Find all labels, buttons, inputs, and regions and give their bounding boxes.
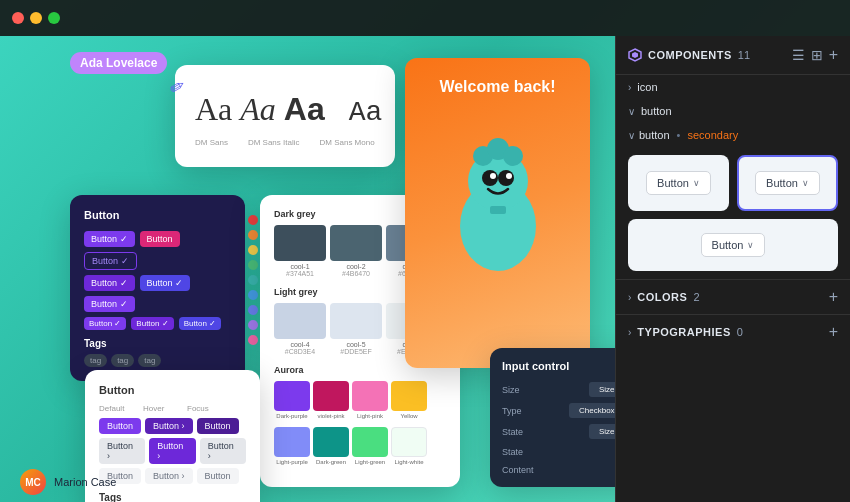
close-button[interactable] bbox=[12, 12, 24, 24]
swatch-box-1 bbox=[274, 225, 326, 261]
tree-item-button[interactable]: ∨ button bbox=[616, 99, 850, 123]
tree-item-button-secondary[interactable]: ∨ button • secondary bbox=[616, 123, 850, 147]
swatch-light-2: cool-5 #DDE5EF bbox=[330, 303, 382, 355]
typographies-section[interactable]: › TYPOGRAPHIES 0 + bbox=[616, 314, 850, 349]
btn-l2-1[interactable]: Button › bbox=[99, 438, 145, 464]
aurora-swatch-8: Light-white bbox=[391, 427, 427, 465]
swatch-box-2 bbox=[330, 225, 382, 261]
svg-point-3 bbox=[498, 170, 514, 186]
panel-header-left: COMPONENTS 11 bbox=[628, 48, 750, 62]
swatch-dark-2: cool-2 #4B6470 bbox=[330, 225, 382, 277]
teal-figure bbox=[438, 116, 558, 276]
aurora-row-2: Light-purple Dark-green Light-green Ligh… bbox=[274, 427, 446, 465]
comp-btn-1: Button ∨ bbox=[646, 171, 711, 195]
btn-purple-1[interactable]: Button ✓ bbox=[84, 231, 135, 247]
comp-btn-chevron-1: ∨ bbox=[693, 178, 700, 188]
right-panel: COMPONENTS 11 ☰ ⊞ + › icon ∨ button ∨ bu… bbox=[615, 36, 850, 502]
font-sample-3: Aa bbox=[284, 91, 325, 128]
avatar-name: Marion Case bbox=[54, 476, 116, 488]
input-label-state-1: State bbox=[502, 427, 523, 437]
aurora-row-1: Dark-purple violet-pink Light-pink Yello… bbox=[274, 381, 446, 419]
btn-purple-2[interactable]: Button ✓ bbox=[84, 296, 135, 312]
btn-sm-1[interactable]: Button ✓ bbox=[84, 317, 126, 330]
color-dot-indigo bbox=[248, 305, 258, 315]
btn-l1-2[interactable]: Button › bbox=[145, 418, 193, 434]
svg-point-5 bbox=[506, 173, 512, 179]
label-focus: Focus bbox=[187, 404, 227, 413]
aurora-box-4 bbox=[391, 381, 427, 411]
swatch-light-label-2: cool-5 bbox=[346, 341, 365, 348]
component-btn-box-1[interactable]: Button ∨ bbox=[628, 155, 729, 211]
comp-btn-3: Button ∨ bbox=[701, 233, 766, 257]
bullet-separator: • bbox=[677, 129, 681, 141]
font-label-3: DM Sans Mono bbox=[319, 138, 374, 147]
aurora-swatch-2: violet-pink bbox=[313, 381, 349, 419]
selected-secondary-label: secondary bbox=[687, 129, 738, 141]
label-hover: Hover bbox=[143, 404, 183, 413]
aurora-box-2 bbox=[313, 381, 349, 411]
colors-arrow-icon: › bbox=[628, 292, 631, 303]
maximize-button[interactable] bbox=[48, 12, 60, 24]
btn-outline-1[interactable]: Button ✓ bbox=[84, 252, 137, 270]
tag-2: tag bbox=[111, 354, 134, 367]
hero-title: Welcome back! bbox=[439, 78, 555, 96]
typographies-title: TYPOGRAPHIES bbox=[637, 326, 730, 338]
tag-3: tag bbox=[138, 354, 161, 367]
aurora-swatch-7: Light-green bbox=[352, 427, 388, 465]
panel-title: COMPONENTS bbox=[648, 49, 732, 61]
btn-l2-3[interactable]: Button › bbox=[200, 438, 246, 464]
btn-light-row-2: Button › Button › Button › bbox=[99, 438, 246, 464]
color-dots bbox=[248, 215, 258, 345]
add-component-button[interactable]: + bbox=[829, 46, 838, 64]
btn-l2-2[interactable]: Button › bbox=[149, 438, 195, 464]
input-label-size: Size bbox=[502, 385, 520, 395]
input-label-type: Type bbox=[502, 406, 522, 416]
btn-sm-3[interactable]: Button ✓ bbox=[179, 317, 221, 330]
button-row-1: Button ✓ Button Button ✓ bbox=[84, 231, 231, 270]
aurora-box-7 bbox=[352, 427, 388, 457]
btn-l1-3[interactable]: Button bbox=[197, 418, 239, 434]
btn-pink-1[interactable]: Button bbox=[140, 231, 180, 247]
add-typography-button[interactable]: + bbox=[829, 323, 838, 341]
collapsed-arrow-icon: › bbox=[628, 82, 631, 93]
comp-btn-label-2: Button bbox=[766, 177, 798, 189]
color-dot-pink bbox=[248, 335, 258, 345]
component-btn-box-2[interactable]: Button ∨ bbox=[737, 155, 838, 211]
swatch-hex-2: #4B6470 bbox=[342, 270, 370, 277]
ada-lovelace-label: Ada Lovelace bbox=[70, 52, 167, 74]
btn-indigo-1[interactable]: Button ✓ bbox=[140, 275, 191, 291]
component-button-grid: Button ∨ Button ∨ bbox=[616, 147, 850, 219]
swatch-light-hex-2: #DDE5EF bbox=[340, 348, 372, 355]
color-dot-green bbox=[248, 260, 258, 270]
comp-btn-chevron-2: ∨ bbox=[802, 178, 809, 188]
font-sample-4: Aa bbox=[349, 97, 383, 128]
tree-sublabel-button: button bbox=[639, 129, 670, 141]
typographies-section-left: › TYPOGRAPHIES 0 bbox=[628, 326, 743, 338]
titlebar bbox=[0, 0, 850, 36]
swatch-light-label-1: cool-4 bbox=[290, 341, 309, 348]
btn-l1-1[interactable]: Button bbox=[99, 418, 141, 434]
hero-card: Welcome back! bbox=[405, 58, 590, 368]
comp-btn-2: Button ∨ bbox=[755, 171, 820, 195]
list-view-icon[interactable]: ☰ bbox=[792, 47, 805, 63]
tree-item-icon[interactable]: › icon bbox=[616, 75, 850, 99]
tree-label-button: button bbox=[641, 105, 672, 117]
component-btn-box-3[interactable]: Button ∨ bbox=[628, 219, 838, 271]
button-dark-card: Button Button ✓ Button Button ✓ Button ✓… bbox=[70, 195, 245, 381]
grid-view-icon[interactable]: ⊞ bbox=[811, 47, 823, 63]
btn-purple2-1[interactable]: Button ✓ bbox=[84, 275, 135, 291]
swatch-dark-1: cool-1 #374A51 bbox=[274, 225, 326, 277]
swatch-hex-1: #374A51 bbox=[286, 270, 314, 277]
color-dot-purple bbox=[248, 320, 258, 330]
add-color-button[interactable]: + bbox=[829, 288, 838, 306]
btn-sm-2[interactable]: Button ✓ bbox=[131, 317, 173, 330]
traffic-lights bbox=[12, 12, 60, 24]
button-light-title: Button bbox=[99, 384, 246, 396]
colors-section[interactable]: › COLORS 2 + bbox=[616, 279, 850, 314]
colors-count: 2 bbox=[693, 291, 699, 303]
expanded-arrow-icon: ∨ bbox=[628, 106, 635, 117]
btn-light-row-1: Button Button › Button bbox=[99, 418, 246, 434]
minimize-button[interactable] bbox=[30, 12, 42, 24]
typography-card: Aa Aa Aa Aa DM Sans DM Sans Italic DM Sa… bbox=[175, 65, 395, 167]
swatch-light-box-2 bbox=[330, 303, 382, 339]
